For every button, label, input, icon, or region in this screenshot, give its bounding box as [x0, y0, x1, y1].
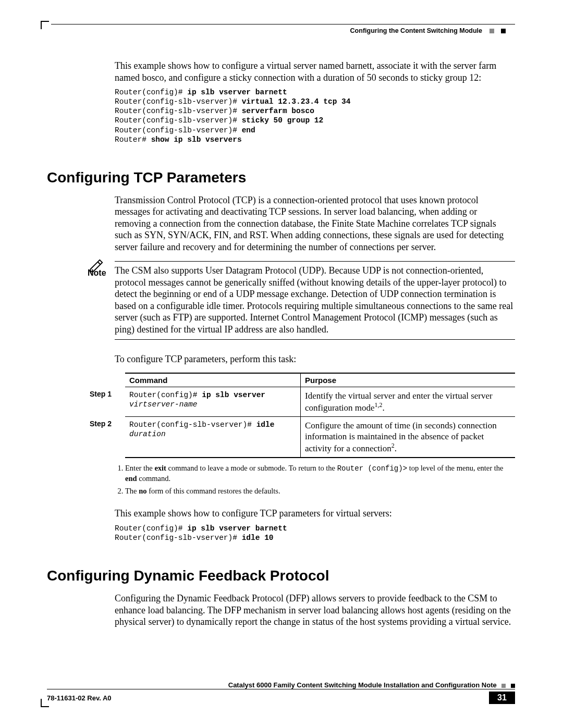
footer-square-light [501, 684, 506, 688]
footer-square-dark [511, 684, 515, 688]
section-tcp-heading: Configuring TCP Parameters [47, 169, 515, 186]
tcp-paragraph-2: To configure TCP parameters, perform thi… [115, 353, 515, 365]
note-rule-top [115, 261, 515, 262]
tcp-paragraph-1: Transmission Control Protocol (TCP) is a… [115, 194, 515, 253]
page-number: 31 [489, 692, 515, 704]
step-label: Step 1 [85, 387, 125, 416]
step-label: Step 2 [85, 416, 125, 458]
section-dfp-heading: Configuring Dynamic Feedback Protocol [47, 567, 515, 584]
cmd-cell: Router(config-slb-vserver)# idle duratio… [125, 416, 301, 458]
running-head: Configuring the Content Switching Module [350, 27, 506, 34]
intro-code-block: Router(config)# ip slb vserver barnett R… [115, 88, 515, 144]
note-rule-bottom [115, 339, 515, 340]
intro-paragraph: This example shows how to configure a vi… [115, 60, 515, 83]
note-label: Note [88, 268, 106, 278]
running-head-text: Configuring the Content Switching Module [350, 27, 482, 34]
doc-number: 78-11631-02 Rev. A0 [47, 694, 112, 702]
dfp-paragraph-1: Configuring the Dynamic Feedback Protoco… [115, 593, 515, 628]
footnote-1: Enter the exit command to leave a mode o… [125, 463, 515, 484]
purpose-cell: Identify the virtual server and enter th… [301, 387, 516, 416]
cmd-cell: Router(config)# ip slb vservervirtserver… [125, 387, 301, 416]
purpose-cell: Configure the amount of time (in seconds… [301, 416, 516, 458]
header-square-light [489, 29, 494, 33]
th-command: Command [125, 373, 301, 387]
header-square-dark [501, 29, 506, 33]
crop-mark-tl [41, 21, 49, 29]
tcp-paragraph-3: This example shows how to configure TCP … [115, 508, 515, 520]
tcp-command-table: Command Purpose Step 1 Router(config)# i… [85, 373, 515, 459]
table-row: Step 1 Router(config)# ip slb vservervir… [85, 387, 515, 416]
tcp-code-block-2: Router(config)# ip slb vserver barnett R… [115, 524, 515, 542]
header-rule [51, 24, 515, 24]
table-row: Step 2 Router(config-slb-vserver)# idle … [85, 416, 515, 458]
footnote-2: The no form of this command restores the… [125, 486, 515, 497]
footer-rule [47, 689, 515, 689]
footnotes: Enter the exit command to leave a mode o… [125, 463, 515, 496]
note-body: The CSM also supports User Datagram Prot… [115, 265, 515, 335]
footer-title-text: Catalyst 6000 Family Content Switching M… [228, 681, 497, 689]
th-purpose: Purpose [301, 373, 516, 387]
page-footer: Catalyst 6000 Family Content Switching M… [47, 681, 515, 704]
